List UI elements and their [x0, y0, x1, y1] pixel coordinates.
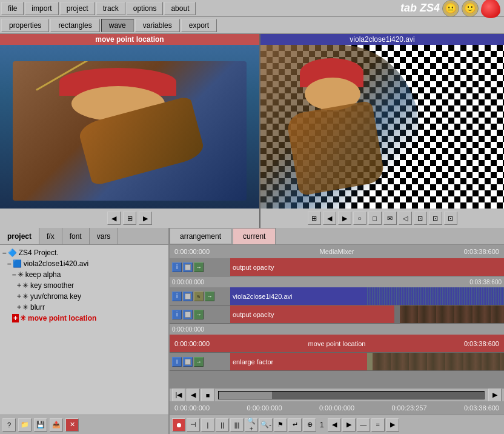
pb-snap[interactable]: ⊕: [303, 418, 316, 432]
mp-start: 0:00:00:000: [174, 340, 210, 347]
track-sq-5[interactable]: [183, 357, 193, 367]
menu-file[interactable]: file: [1, 2, 24, 15]
right-copy-btn[interactable]: ⊡: [414, 212, 427, 225]
pb-equal[interactable]: =: [371, 418, 385, 432]
project-tab-project[interactable]: project: [0, 228, 39, 244]
right-left-btn[interactable]: ◁: [399, 212, 412, 225]
timeline-tab-arrangement[interactable]: arrangement: [170, 228, 231, 244]
help-button[interactable]: ?: [2, 418, 16, 432]
pb-ripple[interactable]: ↵: [288, 418, 302, 432]
left-next-btn[interactable]: ▶: [139, 212, 152, 225]
right-prev-btn[interactable]: ◀: [323, 212, 336, 225]
pb-mark[interactable]: ⚑: [274, 418, 287, 432]
pb-next[interactable]: ▶: [342, 418, 356, 432]
right-copy2-btn[interactable]: ⊡: [429, 212, 442, 225]
video-thumbnail-strip: [400, 305, 504, 323]
track-arrow-2[interactable]: →: [205, 292, 214, 301]
tc-2: 0:00:00:000: [319, 404, 354, 412]
tree-item-move-point[interactable]: + ✳ move point location: [2, 313, 166, 324]
menu-options[interactable]: options: [127, 2, 164, 15]
tc-4: 0:03:38:600: [464, 404, 499, 412]
expand-icon-4: +: [12, 314, 19, 322]
left-checker-btn[interactable]: ⊞: [123, 212, 136, 225]
pb-record[interactable]: ⏺: [172, 418, 185, 432]
folder-button[interactable]: 📁: [18, 418, 31, 432]
menu-about[interactable]: about: [164, 2, 196, 15]
tab-export[interactable]: export: [181, 19, 217, 32]
collapse-icon: –: [2, 249, 7, 257]
track-arrow-3[interactable]: →: [194, 310, 204, 319]
pb-step-back[interactable]: ⊣: [187, 418, 200, 432]
mp-label: move point location: [308, 340, 366, 347]
track-info-2[interactable]: i: [172, 292, 182, 301]
track-info-3[interactable]: i: [172, 310, 182, 319]
track-sq-2[interactable]: [183, 292, 193, 301]
tree-movepoint-label: move point location: [28, 314, 96, 322]
track-row-output-opacity-1: i → output opacity: [170, 258, 504, 276]
pb-play[interactable]: ▶: [386, 418, 399, 432]
export-button[interactable]: 📤: [50, 418, 63, 432]
save-button[interactable]: 💾: [34, 418, 47, 432]
track-arrow-1[interactable]: →: [194, 262, 204, 272]
track-sq-3[interactable]: [183, 310, 193, 319]
pb-zoom-out[interactable]: 🔍-: [259, 418, 273, 432]
right-square-btn[interactable]: □: [368, 212, 382, 225]
nav-next-btn[interactable]: ▶: [488, 389, 502, 402]
menu-track[interactable]: track: [96, 2, 125, 15]
track-label-1: output opacity: [233, 264, 274, 271]
track-info-1[interactable]: i: [172, 262, 182, 272]
timeline-nav: |◀ ◀ ■ ▶: [170, 388, 504, 401]
project-tab-font[interactable]: font: [62, 228, 90, 244]
right-mail-btn[interactable]: ✉: [383, 212, 397, 225]
tree-item-chroma[interactable]: + ✳ yuv/chroma key: [2, 291, 166, 302]
timeline-panel: arrangement current 0:00:00:000 MediaMix…: [170, 228, 504, 434]
track-arrow-5[interactable]: →: [194, 357, 204, 367]
track-lane-2: viola2close1i420.avi: [230, 287, 504, 305]
face-icon-1: 😐: [442, 0, 459, 17]
right-checker-btn[interactable]: ⊞: [308, 212, 321, 225]
track-row-output-opacity-2: i → output opacity: [170, 305, 504, 324]
timeline-tabs: arrangement current: [170, 228, 504, 245]
project-tab-vars[interactable]: vars: [90, 228, 119, 244]
tree-item-blurr[interactable]: + ✳ blurr: [2, 302, 166, 313]
lower-section: project f/x font vars – 🔷 ZS4 Project. –…: [0, 228, 504, 434]
tab-wave[interactable]: wave: [101, 19, 134, 32]
tab-properties[interactable]: properties: [1, 19, 49, 32]
menu-import[interactable]: import: [25, 2, 58, 15]
pb-step[interactable]: |: [201, 418, 214, 432]
tree-item-key-smoother[interactable]: + ✳ key smoother: [2, 280, 166, 291]
tree-item-keep-alpha[interactable]: – ✳ keep alpha: [2, 269, 166, 280]
right-circle-btn[interactable]: ○: [353, 212, 366, 225]
nav-first-btn[interactable]: |◀: [172, 389, 185, 402]
pb-zoom-in[interactable]: 🔍+: [245, 418, 258, 432]
tc1-start: 0:00:00:000: [172, 279, 204, 285]
timeline-scrollbar[interactable]: [218, 391, 485, 399]
project-tab-fx[interactable]: f/x: [39, 228, 62, 244]
pb-join[interactable]: |||: [230, 418, 244, 432]
tc-0: 0:00:00:000: [174, 404, 210, 412]
nav-prev-btn[interactable]: ◀: [187, 389, 200, 402]
pb-lock[interactable]: —: [357, 418, 370, 432]
track-sq-1[interactable]: [183, 262, 193, 272]
tree-video-label: viola2close1i420.avi: [24, 259, 88, 268]
left-prev-btn[interactable]: ◀: [107, 212, 121, 225]
right-video-panel: viola2close1i420.avi ⊞ ◀ ▶ ○ □ ✉ ◁ ⊡ ⊡: [260, 34, 504, 228]
timeline-tab-current[interactable]: current: [233, 228, 276, 244]
pb-prev[interactable]: ◀: [328, 418, 341, 432]
right-play-btn[interactable]: ▶: [338, 212, 351, 225]
menu-project[interactable]: project: [60, 2, 95, 15]
track-controls-5: i →: [170, 353, 230, 370]
pb-split[interactable]: ||: [216, 418, 229, 432]
tab-rectangles[interactable]: rectangles: [50, 19, 99, 32]
nav-stop-btn[interactable]: ■: [201, 389, 214, 402]
track-label-3: output opacity: [233, 311, 274, 318]
track-label-2: viola2close1i420.avi: [233, 293, 292, 300]
tab-variables[interactable]: variables: [135, 19, 180, 32]
tree-root-icon: 🔷: [8, 249, 17, 257]
track-wave-btn[interactable]: ≈: [194, 292, 204, 301]
tree-item-video[interactable]: – 🟦 viola2close1i420.avi: [2, 258, 166, 269]
delete-button[interactable]: ✕: [65, 418, 79, 432]
right-expand-btn[interactable]: ⊡: [444, 212, 457, 225]
track-info-5[interactable]: i: [172, 357, 182, 367]
tree-item-root[interactable]: – 🔷 ZS4 Project.: [2, 247, 166, 258]
